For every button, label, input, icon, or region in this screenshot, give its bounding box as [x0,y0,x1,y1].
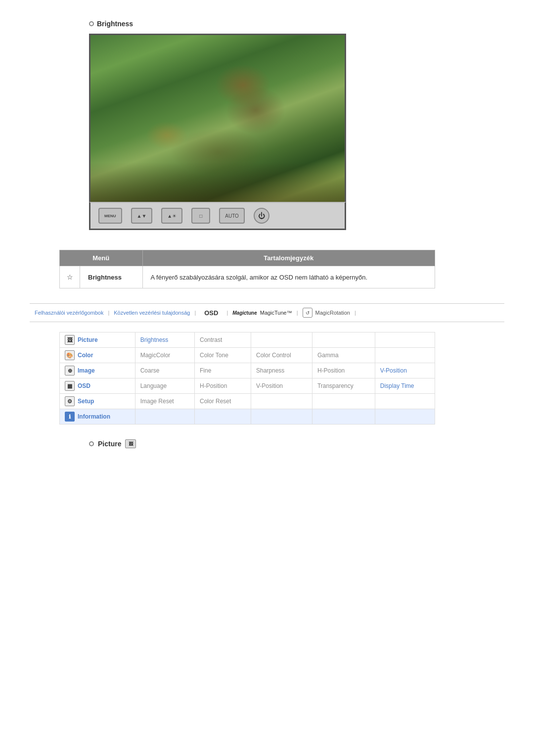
table-row: 🖼 Picture Brightness Contrast [60,332,435,348]
image-icon: ⊕ [65,366,75,376]
picture-label[interactable]: Picture [78,336,98,343]
picture-icon: 🖼 [65,335,75,345]
osd-col3[interactable]: V-Position [251,378,312,394]
info-col2 [194,409,251,425]
color-col5 [375,348,435,363]
picture-col4 [312,332,375,348]
brightness-button[interactable]: ▲☀ [161,208,182,224]
select-button[interactable]: □ [191,208,210,224]
col-tartalomjegyzek: Tartalomjegyzék [142,250,435,266]
monitor-illustration: MENU ▲▼ ▲☀ □ AUTO ⏻ [89,34,346,230]
magic-tune-label: MagicTune™ [260,310,292,316]
setup-icon: ⚙ [65,396,75,406]
brightness-icon: ☆ [64,271,76,283]
information-menu-item[interactable]: ℹ Information [60,409,135,425]
table-row: ⚙ Setup Image Reset Color Reset [60,394,435,409]
circle-icon [89,21,94,26]
nav-button[interactable]: ▲▼ [131,208,153,224]
picture-menu-item[interactable]: 🖼 Picture [60,332,135,348]
sep1: | [108,310,109,316]
info-col1 [135,409,194,425]
picture-section-label: Picture [98,440,121,448]
image-col5[interactable]: V-Position [375,363,435,378]
image-label[interactable]: Image [78,367,95,374]
table-row: ▦ OSD Language H-Position V-Position Tra… [60,378,435,394]
osd-col4[interactable]: Transparency [312,378,375,394]
col-menu: Menü [60,250,143,266]
color-col4[interactable]: Gamma [312,348,375,363]
nav-user-controls-link[interactable]: Felhasználói vezérlőgombok [35,310,103,316]
monitor-screen [89,34,346,202]
setup-col1[interactable]: Image Reset [135,394,194,409]
information-icon: ℹ [65,412,75,422]
setup-col4 [312,394,375,409]
osd-menu-item[interactable]: ▦ OSD [60,378,135,394]
picture-col2[interactable]: Contrast [194,332,251,348]
picture-small-icon: 🖼 [125,439,136,448]
navbar: Felhasználói vezérlőgombok | Közvetlen v… [30,303,504,322]
color-icon: 🎨 [65,350,75,360]
osd-col2[interactable]: H-Position [194,378,251,394]
sep2: | [194,310,196,316]
color-menu-item[interactable]: 🎨 Color [60,348,135,363]
image-col4[interactable]: H-Position [312,363,375,378]
table-row: 🎨 Color MagicColor Color Tone Color Cont… [60,348,435,363]
osd-col5[interactable]: Display Time [375,378,435,394]
info-col3 [251,409,312,425]
brightness-icon-cell: ☆ [60,266,80,288]
setup-col2[interactable]: Color Reset [194,394,251,409]
menu-button[interactable]: MENU [98,208,122,224]
power-button[interactable]: ⏻ [254,208,269,224]
info-col4 [312,409,375,425]
image-col2[interactable]: Fine [194,363,251,378]
setup-label[interactable]: Setup [78,398,94,405]
auto-button[interactable]: AUTO [219,208,245,224]
sep5: | [355,310,356,316]
color-col3[interactable]: Color Control [251,348,312,363]
setup-menu-item[interactable]: ⚙ Setup [60,394,135,409]
image-col3[interactable]: Sharpness [251,363,312,378]
information-label[interactable]: Information [78,413,110,420]
table-row: ⊕ Image Coarse Fine Sharpness H-Position… [60,363,435,378]
brightness-row-label: Brightness [80,266,143,288]
color-col2[interactable]: Color Tone [194,348,251,363]
osd-icon: ▦ [65,381,75,391]
osd-col1[interactable]: Language [135,378,194,394]
picture-col3 [251,332,312,348]
image-menu-item[interactable]: ⊕ Image [60,363,135,378]
magic-tune-logo: Magictune [232,310,257,316]
setup-col5 [375,394,435,409]
brightness-section-title: Brightness [89,20,504,28]
monitor-controls: MENU ▲▼ ▲☀ □ AUTO ⏻ [89,202,346,230]
picture-section-title: Picture 🖼 [89,439,504,448]
menu-description-table: Menü Tartalomjegyzék ☆ Brightness A fény… [59,250,435,288]
color-label[interactable]: Color [78,352,93,359]
picture-circle-icon [89,441,94,446]
nav-osd-label: OSD [204,309,218,317]
picture-col1[interactable]: Brightness [135,332,194,348]
picture-col5 [375,332,435,348]
osd-label[interactable]: OSD [78,382,90,389]
magic-rotation-icon: ↺ [303,308,312,318]
setup-col3 [251,394,312,409]
magic-rotation-label: MagicRotation [315,310,350,316]
brightness-label: Brightness [97,20,133,28]
sep4: | [297,310,298,316]
table-row: ℹ Information [60,409,435,425]
color-col1[interactable]: MagicColor [135,348,194,363]
image-col1[interactable]: Coarse [135,363,194,378]
info-col5 [375,409,435,425]
nav-direct-control-link[interactable]: Közvetlen vezérlési tulajdonság [114,310,190,316]
brightness-row-description: A fényerő szabályozására szolgál, amikor… [142,266,435,288]
sep3: | [226,310,228,316]
osd-menu-table: 🖼 Picture Brightness Contrast 🎨 Color Ma… [59,332,435,425]
